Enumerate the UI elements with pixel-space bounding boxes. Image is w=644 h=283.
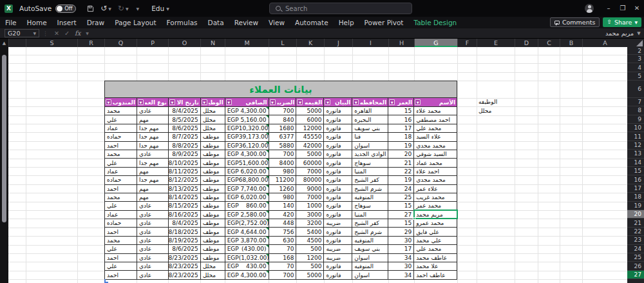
row-header-10[interactable]: 10 xyxy=(627,124,644,132)
filter-dropdown-icon[interactable]: ▼ xyxy=(169,99,175,105)
cell-age-row14[interactable]: 21 xyxy=(388,159,413,167)
cell-value-row21[interactable]: 3200 xyxy=(296,219,323,228)
cell-age-row26[interactable]: 30 xyxy=(388,262,413,271)
table-header-tax[interactable]: ▼الضريبة xyxy=(269,98,296,107)
cell-name-row12[interactable]: محمد مجدي xyxy=(413,142,457,150)
cell-job-row27[interactable]: محلل xyxy=(200,271,225,279)
cell-client_type-row13[interactable]: عادي xyxy=(137,150,168,159)
cell-governorate-row11[interactable]: قنا xyxy=(352,133,388,141)
table-header-age[interactable]: ▼العمر xyxy=(388,98,413,107)
cell-tax-row8[interactable]: 700 xyxy=(269,107,296,115)
cell-agent-row22[interactable]: احمد xyxy=(104,228,137,236)
row-header-19[interactable]: 19 xyxy=(627,202,644,210)
cell-governorate-row19[interactable]: سوهاج xyxy=(352,202,388,210)
cell-tax-row20[interactable]: 420 xyxy=(269,211,296,219)
cell-name-row23[interactable]: علي محمد xyxy=(413,237,457,245)
filter-dropdown-icon[interactable]: ▼ xyxy=(297,99,303,105)
cell-net-row26[interactable]: EGP430.00 xyxy=(225,262,269,271)
row-header-25[interactable]: 25 xyxy=(627,253,644,262)
cell-statement-row16[interactable]: فاتوره xyxy=(323,176,352,184)
table-header-join_date[interactable]: ▼تاريخ الانضمام xyxy=(168,98,200,107)
cell-agent-row13[interactable]: محمد xyxy=(104,150,137,159)
maximize-button[interactable]: ❐ xyxy=(616,0,630,17)
cell-tax-row23[interactable]: 630 xyxy=(269,237,296,245)
cell-job-row26[interactable]: محلل xyxy=(200,262,225,271)
cell-agent-row20[interactable]: عماد xyxy=(104,211,137,219)
cell-job-row11[interactable]: موظف xyxy=(200,133,225,141)
cell-net-row8[interactable]: EGP4,300.00 xyxy=(225,107,269,115)
ribbon-tab-help[interactable]: Help xyxy=(334,17,359,28)
cell-net-row19[interactable]: EGP860.00 xyxy=(225,202,269,210)
cell-value-row16[interactable]: 80000 xyxy=(296,176,323,184)
cell-agent-row23[interactable]: محمد xyxy=(104,237,137,245)
cell-client_type-row15[interactable]: مهم xyxy=(137,168,168,176)
table-header-agent[interactable]: ▼المندوب xyxy=(104,98,137,107)
cell-net-row23[interactable]: EGP3,870.00 xyxy=(225,237,269,245)
cell-value-row12[interactable]: 42000 xyxy=(296,142,323,150)
cell-join_date-row14[interactable]: 8/10/2025 xyxy=(168,159,200,167)
cell-governorate-row9[interactable]: البحيره xyxy=(352,115,388,124)
enter-button[interactable]: ✓ xyxy=(64,30,70,37)
cell-tax-row18[interactable]: 980 xyxy=(269,193,296,202)
cell-job-row20[interactable]: موظف xyxy=(200,211,225,219)
cell-governorate-row16[interactable]: كفر الشيخ xyxy=(352,176,388,184)
autosave-toggle[interactable]: Off xyxy=(55,5,76,13)
row-header-14[interactable]: 14 xyxy=(627,159,644,167)
cell-statement-row13[interactable]: فاتوره xyxy=(323,150,352,159)
column-header-L[interactable]: L xyxy=(269,39,296,47)
cell-name-row14[interactable]: محمد عماد xyxy=(413,159,457,167)
column-header-partial[interactable] xyxy=(8,39,26,47)
cell-governorate-row14[interactable]: سوهاج xyxy=(352,159,388,167)
column-header-C[interactable]: C xyxy=(538,39,560,47)
ribbon-tab-review[interactable]: Review xyxy=(229,17,263,28)
column-header-B[interactable]: B xyxy=(560,39,582,47)
cell-name-row10[interactable]: محمد علي xyxy=(413,124,457,133)
cell-statement-row27[interactable]: فاتوره xyxy=(323,271,352,279)
cell-age-row27[interactable]: 34 xyxy=(388,271,413,279)
cell-agent-row8[interactable]: محمد xyxy=(104,107,137,115)
cell-job-row16[interactable]: موظف xyxy=(200,176,225,184)
row-header-5[interactable]: 5 xyxy=(627,72,644,81)
cell-value-row9[interactable]: 6000 xyxy=(296,115,323,124)
cell-governorate-row10[interactable]: بني سويف xyxy=(352,124,388,133)
cell-join_date-row12[interactable]: 8/8/2025 xyxy=(168,142,200,150)
cell-net-row21[interactable]: EGP(2,752.00) xyxy=(225,219,269,228)
table-header-job[interactable]: ▼الوظيفه xyxy=(200,98,225,107)
cell-age-row17[interactable]: 24 xyxy=(388,185,413,193)
cell-governorate-row22[interactable]: شرم الشيخ xyxy=(352,228,388,236)
close-button[interactable]: ✕ xyxy=(630,0,644,17)
minimize-button[interactable]: – xyxy=(601,0,616,17)
row-header-17[interactable]: 17 xyxy=(627,184,644,193)
cell-agent-row15[interactable]: عماد xyxy=(104,168,137,176)
cell-value-row23[interactable]: 4500 xyxy=(296,237,323,245)
filter-dropdown-icon[interactable]: ▼ xyxy=(353,99,359,105)
cell-client_type-row9[interactable]: مهم xyxy=(137,115,168,124)
cell-age-row16[interactable]: 19 xyxy=(388,176,413,184)
cell-client_type-row25[interactable]: عادي xyxy=(137,254,168,262)
ribbon-tab-draw[interactable]: Draw xyxy=(82,17,109,28)
cell-client_type-row17[interactable]: مهم xyxy=(137,185,168,193)
row-header-23[interactable]: 23 xyxy=(627,236,644,244)
cell-value-row8[interactable]: 5000 xyxy=(296,107,323,115)
cell-join_date-row27[interactable]: 8/23/2025 xyxy=(168,271,200,279)
cell-join_date-row26[interactable]: 8/23/2025 xyxy=(168,262,200,271)
cell-join_date-row20[interactable]: 8/16/2025 xyxy=(168,211,200,219)
cell-tax-row11[interactable]: 6377 xyxy=(269,133,296,141)
cell-client_type-row19[interactable]: عادي xyxy=(137,202,168,210)
cell-statement-row20[interactable]: فاتوره xyxy=(323,211,352,219)
filter-dropdown-icon[interactable]: ▼ xyxy=(270,99,276,105)
cell-value-row26[interactable]: 500 xyxy=(296,262,323,271)
cell-client_type-row8[interactable]: عادي xyxy=(137,107,168,115)
cell-job-row13[interactable]: موظف xyxy=(200,150,225,159)
cell-net-row13[interactable]: EGP4,300.00 xyxy=(225,150,269,159)
ribbon-tab-power-pivot[interactable]: Power Pivot xyxy=(359,17,409,28)
cell-value-row20[interactable]: 3000 xyxy=(296,211,323,219)
cell-join_date-row16[interactable]: 8/12/2025 xyxy=(168,176,200,184)
cell-join_date-row21[interactable]: 8/4/2025 xyxy=(168,219,200,228)
ribbon-tab-formulas[interactable]: Formulas xyxy=(162,17,203,28)
cell-agent-row12[interactable]: احمد xyxy=(104,142,137,150)
cell-statement-row22[interactable]: فاتوره xyxy=(323,228,352,236)
cell-join_date-row24[interactable]: 8/6/2025 xyxy=(168,245,200,253)
cell-tax-row27[interactable]: 700 xyxy=(269,271,296,279)
cell-agent-row26[interactable]: علي xyxy=(104,262,137,271)
